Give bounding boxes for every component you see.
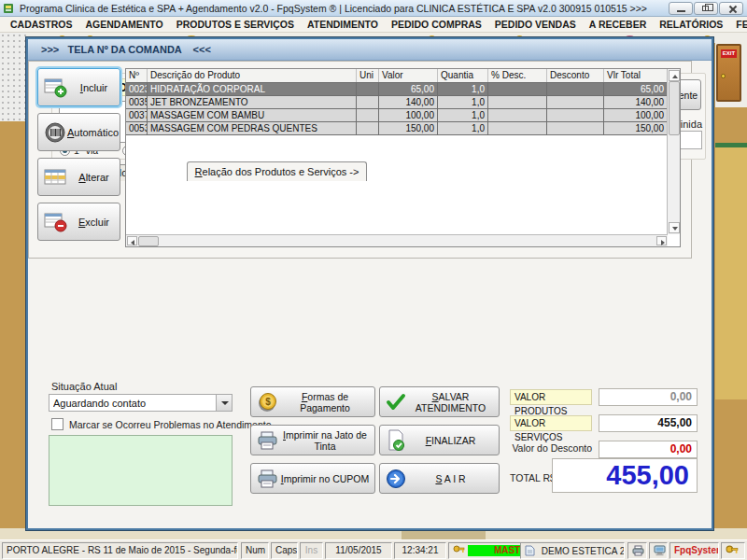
printer-icon bbox=[257, 430, 279, 451]
vertical-scroll-thumb[interactable] bbox=[669, 81, 680, 135]
scroll-left-button[interactable] bbox=[127, 236, 137, 245]
incluir-button[interactable]: Incluir bbox=[37, 68, 120, 106]
scroll-up-button[interactable] bbox=[669, 70, 680, 81]
valor-produtos-label: VALOR PRODUTOS bbox=[510, 389, 592, 405]
status-bar: PORTO ALEGRE - RS 11 de Maio de 2015 - S… bbox=[0, 539, 747, 560]
automatico-button[interactable]: Automático bbox=[37, 113, 120, 151]
menu-item[interactable]: PEDIDO COMPRAS bbox=[385, 19, 488, 30]
alterar-label: Alterar bbox=[68, 172, 120, 183]
cell-uni bbox=[357, 109, 379, 121]
door-knob-icon bbox=[721, 74, 726, 78]
scroll-down-button[interactable] bbox=[669, 222, 680, 233]
table-edit-icon bbox=[44, 167, 68, 188]
tab-produtos-servicos[interactable]: Relação dos Produtos e Serviços -> bbox=[187, 161, 367, 181]
problem-checkbox[interactable] bbox=[51, 418, 63, 430]
application-window: Programa Clinica de Estética e SPA + Age… bbox=[0, 0, 747, 560]
table-add-icon bbox=[44, 77, 68, 98]
imprimir-jato-label: Imprimir na Jato de Tinta bbox=[279, 429, 374, 452]
table-header-cell: Quantia bbox=[438, 69, 488, 82]
cell-descricao: JET BRONZEAMENTO bbox=[148, 96, 357, 108]
dropdown-arrow-icon[interactable] bbox=[216, 395, 232, 411]
valor-produtos-field: 0,00 bbox=[599, 388, 698, 406]
situation-label: Situação Atual bbox=[51, 381, 117, 392]
arrow-right-icon bbox=[661, 240, 665, 245]
status-company-panel: DEMO ESTETICA 2.0 bbox=[520, 542, 625, 559]
cell-num: 0053 bbox=[126, 122, 148, 134]
cell-desconto bbox=[547, 83, 604, 95]
status-brand: FpqSystem bbox=[669, 542, 719, 559]
finalizar-button[interactable]: FINALIZAR bbox=[379, 425, 500, 455]
menu-item[interactable]: FERRAMENTAS bbox=[729, 19, 747, 30]
cell-descricao: MASSAGEM COM BAMBU bbox=[148, 109, 357, 121]
excluir-button[interactable]: Excluir bbox=[37, 203, 120, 241]
mdi-background bbox=[715, 147, 747, 399]
total-field: 455,00 bbox=[552, 458, 698, 493]
cell-quantia: 1,0 bbox=[438, 122, 488, 134]
table-row[interactable]: 0053 MASSAGEM COM PEDRAS QUENTES 150,00 … bbox=[126, 122, 668, 135]
table-row[interactable]: 0037 MASSAGEM COM BAMBU 100,00 1,0 100,0… bbox=[126, 109, 668, 122]
total-label: TOTAL R$ bbox=[510, 472, 556, 483]
imprimir-cupom-label: Imprimir no CUPOM bbox=[279, 473, 374, 484]
table-header-row: NºDescrição do ProdutoUniValorQuantia% D… bbox=[126, 69, 668, 83]
computer-icon bbox=[654, 545, 666, 556]
menu-item[interactable]: CADASTROS bbox=[4, 19, 79, 30]
cell-valor: 150,00 bbox=[379, 122, 438, 134]
close-button[interactable] bbox=[719, 2, 743, 15]
exit-door-button[interactable]: EXIT bbox=[716, 44, 741, 102]
cell-vlr-total: 100,00 bbox=[604, 109, 668, 121]
document-check-icon bbox=[386, 429, 406, 452]
problem-notes-area[interactable] bbox=[49, 435, 233, 506]
table-row[interactable]: 0023 HIDRATAÇÃO CORPORAL 65,00 1,0 65,00 bbox=[126, 83, 668, 96]
cell-desconto bbox=[547, 122, 604, 134]
comanda-window-titlebar[interactable]: >>> TELA Nº DA COMANDA <<< bbox=[28, 39, 712, 61]
situation-dropdown[interactable]: Aguardando contato bbox=[49, 394, 233, 412]
menu-bar: CADASTROSAGENDAMENTOPRODUTOS E SERVIÇOSA… bbox=[0, 17, 747, 33]
key-icon bbox=[453, 545, 465, 555]
window-title: Programa Clinica de Estética e SPA + Age… bbox=[20, 3, 647, 14]
coin-icon: $ bbox=[257, 392, 279, 413]
minimize-icon bbox=[677, 10, 685, 12]
minimize-button[interactable] bbox=[669, 2, 693, 15]
arrow-left-icon bbox=[131, 240, 134, 245]
sair-button[interactable]: S A I R bbox=[379, 463, 500, 494]
check-icon bbox=[386, 393, 406, 412]
status-time: 12:34:21 bbox=[394, 542, 446, 559]
cell-num: 0023 bbox=[126, 83, 148, 95]
cell-quantia: 1,0 bbox=[438, 96, 488, 108]
window-titlebar: Programa Clinica de Estética e SPA + Age… bbox=[0, 0, 747, 17]
valor-desconto-field[interactable]: 0,00 bbox=[599, 441, 698, 458]
table-row[interactable]: 0035 JET BRONZEAMENTO 140,00 1,0 140,00 bbox=[126, 96, 668, 109]
cell-vlr-total: 65,00 bbox=[604, 83, 668, 95]
cell-descricao: MASSAGEM COM PEDRAS QUENTES bbox=[148, 122, 357, 134]
cell-valor: 65,00 bbox=[379, 83, 438, 95]
scroll-right-button[interactable] bbox=[656, 236, 667, 245]
cell-desc-pct bbox=[488, 122, 547, 134]
alterar-button[interactable]: Alterar bbox=[37, 158, 120, 196]
menu-item[interactable]: RELATÓRIOS bbox=[653, 19, 729, 30]
menu-item[interactable]: PEDIDO VENDAS bbox=[488, 19, 583, 30]
cell-valor: 100,00 bbox=[379, 109, 438, 121]
finalizar-label: FINALIZAR bbox=[406, 435, 499, 446]
cell-desc-pct bbox=[488, 83, 547, 95]
imprimir-jato-button[interactable]: Imprimir na Jato de Tinta bbox=[250, 425, 375, 455]
horizontal-scrollbar[interactable] bbox=[126, 234, 668, 246]
status-key-panel bbox=[721, 542, 745, 559]
excluir-label: Excluir bbox=[68, 217, 120, 228]
vertical-scrollbar[interactable] bbox=[667, 69, 680, 234]
menu-item[interactable]: AGENDAMENTO bbox=[79, 19, 170, 30]
products-table: NºDescrição do ProdutoUniValorQuantia% D… bbox=[125, 68, 681, 247]
imprimir-cupom-button[interactable]: Imprimir no CUPOM bbox=[250, 463, 375, 494]
menu-item[interactable]: ATENDIMENTO bbox=[301, 19, 385, 30]
cell-quantia: 1,0 bbox=[438, 83, 488, 95]
status-ins: Ins bbox=[300, 542, 323, 559]
horizontal-scroll-thumb[interactable] bbox=[138, 236, 159, 246]
salvar-atendimento-button[interactable]: SALVAR ATENDIMENTO bbox=[379, 386, 500, 417]
mdi-background bbox=[0, 33, 26, 121]
exit-arrow-icon bbox=[386, 469, 406, 489]
cell-uni bbox=[357, 96, 379, 108]
cell-desc-pct bbox=[488, 109, 547, 121]
restore-button[interactable] bbox=[694, 2, 718, 15]
menu-item[interactable]: A RECEBER bbox=[583, 19, 653, 30]
menu-item[interactable]: PRODUTOS E SERVIÇOS bbox=[170, 19, 301, 30]
formas-pagamento-button[interactable]: $ Formas de Pagamento bbox=[250, 386, 375, 417]
